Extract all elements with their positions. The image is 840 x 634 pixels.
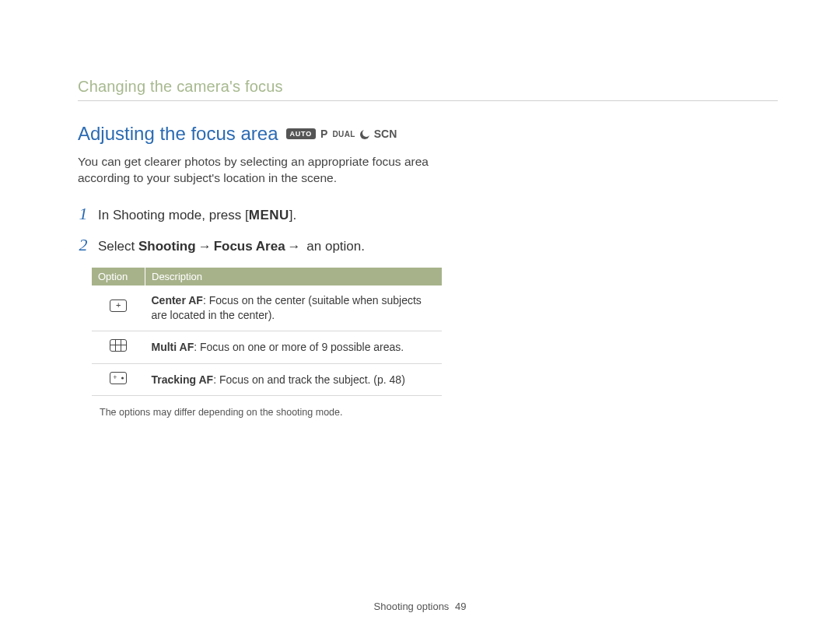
mode-scn-badge: SCN [374,128,397,140]
option-icon-cell [92,331,145,363]
footnote: The options may differ depending on the … [100,407,778,418]
menu-key: MENU [249,208,289,222]
manual-page: Changing the camera's focus Adjusting th… [0,0,840,634]
table-row: Center AF: Focus on the center (suitable… [92,285,442,331]
step-text: Select [98,239,138,254]
options-table: Option Description Center AF: Focus on t… [92,268,442,397]
step-body: In Shooting mode, press [MENU]. [98,208,296,223]
option-icon-cell [92,363,145,396]
step-list: 1 In Shooting mode, press [MENU]. 2 Sele… [78,204,513,255]
section-header: Changing the camera's focus [78,78,778,96]
step-number: 2 [78,235,89,255]
col-option: Option [92,268,145,285]
option-name: Center AF [152,294,203,306]
option-desc: Multi AF: Focus on one or more of 9 poss… [145,331,443,363]
page-footer: Shooting options 49 [0,601,840,612]
table-row: Tracking AF: Focus on and track the subj… [92,363,442,396]
tracking-af-icon [110,372,127,384]
step-text: In Shooting mode, press [ [98,208,249,222]
option-text: : Focus on and track the subject. (p. 48… [213,373,405,386]
menu-path-shooting: Shooting [138,239,196,254]
option-text: : Focus on one or more of 9 possible are… [194,341,404,353]
option-icon-cell [92,285,145,331]
step-body: Select Shooting → Focus Area → an option… [98,239,365,254]
footer-label: Shooting options [374,601,450,612]
page-number: 49 [455,601,466,612]
mode-auto-badge: AUTO [286,128,317,139]
mode-p-badge: P [320,128,327,140]
mode-badges: AUTO P DUAL SCN [286,128,397,140]
mode-dual-badge: DUAL [332,130,355,138]
table-header-row: Option Description [92,268,442,285]
arrow-icon: → [196,239,214,254]
arrow-icon: → [285,239,303,254]
menu-path-focus-area: Focus Area [214,239,285,254]
option-desc: Tracking AF: Focus on and track the subj… [145,363,443,396]
multi-af-icon [110,339,127,352]
option-desc: Center AF: Focus on the center (suitable… [145,285,443,331]
center-af-icon [110,299,127,312]
step-2: 2 Select Shooting → Focus Area → an opti… [78,235,513,255]
step-number: 1 [78,204,89,224]
mode-night-icon [360,130,369,139]
step-text-suffix: ]. [289,208,296,222]
col-description: Description [145,268,443,285]
intro-text: You can get clearer photos by selecting … [78,154,467,187]
table-row: Multi AF: Focus on one or more of 9 poss… [92,331,442,363]
page-title: Adjusting the focus area [78,123,278,145]
option-name: Tracking AF [152,373,214,386]
step-1: 1 In Shooting mode, press [MENU]. [78,204,513,224]
step-text-suffix: an option. [303,239,365,254]
divider [78,100,778,101]
option-name: Multi AF [152,341,194,353]
title-row: Adjusting the focus area AUTO P DUAL SCN [78,123,778,145]
